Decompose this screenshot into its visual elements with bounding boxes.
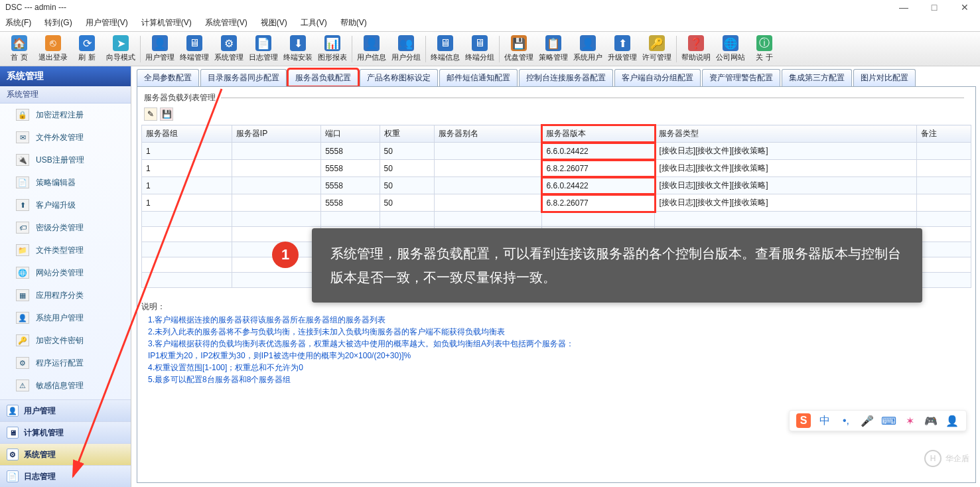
nav-label: 计算机管理 [24, 427, 64, 439]
logout-button[interactable]: ⎋退出登录 [36, 33, 70, 65]
nav-label: 日志管理 [24, 471, 56, 482]
sidebar-item[interactable]: ⚠敏感信息管理 [0, 374, 131, 397]
cell-type: [接收日志][接收文件][接收策略] [655, 143, 916, 160]
nav-user-mgmt[interactable]: 👤用户管理 [0, 399, 131, 421]
sidebar-item[interactable]: ✉文件外发管理 [0, 126, 131, 149]
website-button[interactable]: 🌐公司网站 [713, 33, 748, 65]
column-header[interactable]: 服务器组 [142, 125, 232, 143]
sidebar-item[interactable]: 🔑加密文件密钥 [0, 329, 131, 352]
license-mgmt-button[interactable]: 🔑许可管理 [640, 33, 674, 65]
system-mgmt-button-icon: ⚙ [221, 35, 237, 51]
ime-item[interactable]: 🎤 [860, 413, 875, 428]
tab-server-load[interactable]: 服务器负载配置 [288, 69, 358, 86]
cell-version: 6.8.2.26077 [542, 194, 655, 212]
nav-system-mgmt[interactable]: ⚙系统管理 [0, 443, 131, 465]
upgrade-mgmt-button[interactable]: ⬆升级管理 [605, 33, 640, 65]
ime-item[interactable]: 🎮 [924, 413, 938, 428]
ime-toolbar[interactable]: S中•,🎤⌨✶🎮👤 [789, 410, 967, 431]
column-header[interactable]: 服务器类型 [655, 125, 916, 143]
system-user-button[interactable]: 👤系统用户 [571, 33, 605, 65]
toolbar-label: 许可管理 [642, 52, 671, 62]
window-controls: — □ ✕ [888, 0, 980, 15]
column-header[interactable]: 服务器IP [232, 125, 320, 143]
sidebar-item[interactable]: 👤系统用户管理 [0, 307, 131, 329]
tab-asset-warn[interactable]: 资产管理警告配置 [702, 69, 780, 86]
ime-item[interactable]: 👤 [945, 413, 959, 428]
tab-auto-group[interactable]: 客户端自动分组配置 [614, 69, 701, 86]
menu-item[interactable]: 转到(G) [44, 17, 72, 29]
column-header[interactable]: 权重 [380, 125, 434, 143]
wizard-button[interactable]: ➤向导模式 [104, 33, 138, 65]
column-header[interactable]: 端口 [321, 125, 380, 143]
edit-icon[interactable]: ✎ [144, 107, 157, 121]
tab-global-params[interactable]: 全局参数配置 [137, 69, 199, 86]
column-header[interactable]: 服务器版本 [542, 125, 655, 143]
table-row[interactable]: 15558506.6.0.24422[接收日志][接收文件][接收策略] [142, 177, 971, 194]
column-header[interactable]: 备注 [916, 125, 971, 143]
ime-item[interactable]: •, [839, 413, 853, 428]
ime-logo-icon[interactable]: S [796, 413, 811, 428]
menu-item[interactable]: 工具(V) [301, 17, 327, 29]
close-button[interactable]: ✕ [949, 0, 980, 15]
table-row[interactable]: 15558506.8.2.26077[接收日志][接收文件][接收策略] [142, 194, 971, 212]
user-group-button[interactable]: 👥用户分组 [389, 33, 423, 65]
sidebar-item[interactable]: 📄策略编辑器 [0, 171, 131, 194]
terminal-mgmt-button[interactable]: 🖥终端管理 [177, 33, 212, 65]
table-row[interactable]: 15558506.8.2.26077[接收日志][接收文件][接收策略] [142, 160, 971, 177]
cell-group: 1 [142, 143, 232, 160]
policy-mgmt-button[interactable]: 📋策略管理 [536, 33, 571, 65]
terminal-info-button[interactable]: 🖥终端信息 [428, 33, 462, 65]
sidebar-item[interactable]: 📁文件类型管理 [0, 239, 131, 261]
usb-mgmt-button[interactable]: 💾优盘管理 [502, 33, 536, 65]
menu-item[interactable]: 视图(V) [261, 17, 287, 29]
home-button-icon: 🏠 [11, 35, 27, 51]
tab-third-party[interactable]: 集成第三方配置 [782, 69, 852, 86]
refresh-button[interactable]: ⟳刷 新 [70, 33, 104, 65]
about-button[interactable]: ⓘ关 于 [748, 33, 781, 65]
sidebar-item[interactable]: 🏷密级分类管理 [0, 216, 131, 239]
sidebar-item[interactable]: ⬆客户端升级 [0, 194, 131, 216]
sidebar-item[interactable]: ▦应用程序分类 [0, 284, 131, 307]
home-button[interactable]: 🏠首 页 [3, 33, 36, 65]
log-mgmt-button[interactable]: 📄日志管理 [246, 33, 281, 65]
tab-mail-sms[interactable]: 邮件短信通知配置 [439, 69, 518, 86]
user-mgmt-button[interactable]: 👤用户管理 [143, 33, 177, 65]
table-row[interactable]: 15558506.6.0.24422[接收日志][接收文件][接收策略] [142, 143, 971, 160]
terminal-group-button[interactable]: 🖥终端分组 [462, 33, 497, 65]
ime-item[interactable]: ⌨ [881, 413, 896, 428]
usb-mgmt-button-icon: 💾 [511, 35, 527, 51]
cell-version: 6.6.0.24422 [542, 177, 655, 194]
menu-item[interactable]: 用户管理(V) [86, 17, 128, 29]
save-icon[interactable]: 💾 [160, 107, 173, 121]
terminal-install-button[interactable]: ⬇终端安装 [281, 33, 315, 65]
ime-item[interactable]: 中 [817, 413, 832, 428]
user-info-button[interactable]: 👤用户信息 [354, 33, 389, 65]
tab-console-conn[interactable]: 控制台连接服务器配置 [519, 69, 613, 86]
tab-image-compare[interactable]: 图片对比配置 [853, 69, 916, 86]
tab-dir-sync[interactable]: 目录服务器同步配置 [200, 69, 287, 86]
sidebar-item[interactable]: 🌐网站分类管理 [0, 261, 131, 284]
nav-label: 用户管理 [24, 405, 56, 417]
sidebar-sub[interactable]: 系统管理 [0, 86, 131, 104]
cell-type: [接收日志][接收文件][接收策略] [655, 177, 916, 194]
ime-item[interactable]: ✶ [902, 413, 917, 428]
sidebar-item[interactable]: 🔒加密进程注册 [0, 104, 131, 126]
sidebar-item[interactable]: ⚙程序运行配置 [0, 352, 131, 374]
system-mgmt-button[interactable]: ⚙系统管理 [212, 33, 246, 65]
nav-log-mgmt[interactable]: 📄日志管理 [0, 465, 131, 487]
help-button[interactable]: ❓帮助说明 [679, 33, 713, 65]
menu-item[interactable]: 系统管理(V) [205, 17, 247, 29]
maximize-button[interactable]: □ [919, 0, 949, 15]
menu-item[interactable]: 帮助(V) [340, 17, 367, 29]
explain-section: 说明： 1.客户端根据连接的服务器获得该服务器所在服务器组的服务器列表2.未列入… [141, 301, 971, 385]
column-header[interactable]: 服务器别名 [434, 125, 542, 143]
tab-product-name[interactable]: 产品名称图标设定 [360, 69, 438, 86]
nav-computer-mgmt[interactable]: 🖥计算机管理 [0, 421, 131, 443]
chart-report-button[interactable]: 📊图形报表 [315, 33, 350, 65]
minimize-button[interactable]: — [888, 0, 919, 15]
menu-item[interactable]: 计算机管理(V) [141, 17, 192, 29]
sidebar-item[interactable]: 🔌USB注册管理 [0, 149, 131, 171]
log-mgmt-button-icon: 📄 [255, 35, 271, 51]
menu-item[interactable]: 系统(F) [5, 17, 31, 29]
sidebar-item-icon: 📄 [16, 176, 29, 188]
